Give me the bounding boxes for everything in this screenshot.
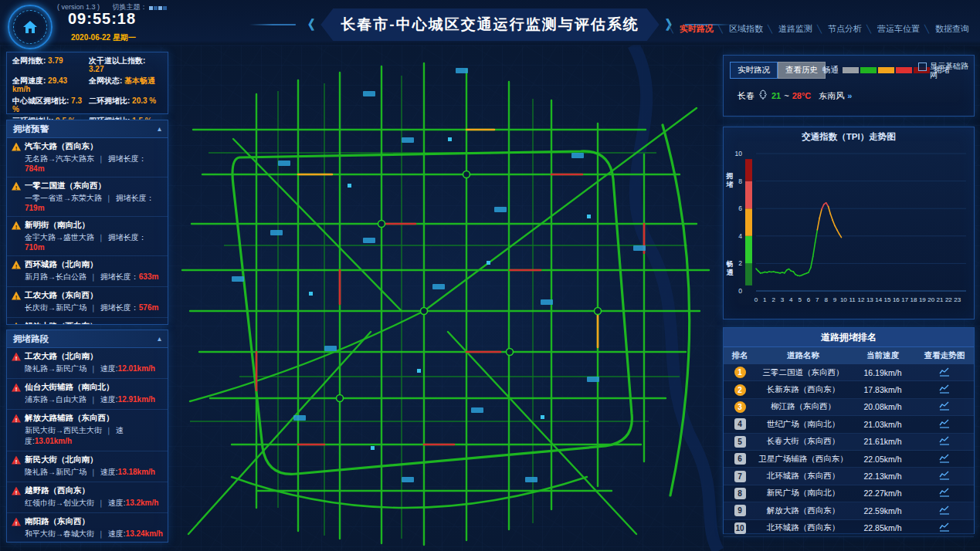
trend-chart-icon[interactable] <box>915 367 974 378</box>
trend-chart-icon[interactable] <box>915 505 974 516</box>
theme-swatch[interactable] <box>149 6 153 10</box>
theme-swatch[interactable] <box>154 6 158 10</box>
svg-text:7: 7 <box>816 296 819 303</box>
road-name: 汽车大路（西向东） <box>25 141 98 152</box>
weather-temp-low: 21 <box>771 91 781 100</box>
rank-badge: 6 <box>734 453 746 465</box>
checkbox-icon[interactable] <box>918 63 927 71</box>
overview-stat: 二环拥堵比: 20.3 % <box>89 96 162 113</box>
trend-chart-icon[interactable] <box>915 436 974 447</box>
table-row[interactable]: 1三零二国道（东向西）16.19km/h <box>724 364 974 381</box>
rank-cell: 3 <box>724 401 756 413</box>
item-title-row: !解放大路（西向东） <box>12 321 163 325</box>
item-detail-row: 浦东路→自由大路｜速度:12.91km/h <box>12 394 163 405</box>
nav-item-3[interactable]: 节点分析 <box>817 23 862 35</box>
list-item[interactable]: !解放大路辅路（东向西）新民大街→西民主大街｜速度:13.01km/h <box>7 410 168 451</box>
list-item[interactable]: !工农大路（北向南）隆礼路→新民广场｜速度:12.01km/h <box>7 348 168 379</box>
table-row[interactable]: 6卫星广场辅路（西向东）22.05km/h <box>724 451 974 468</box>
warning-list: !汽车大路（西向东）无名路→汽车大路东｜拥堵长度：784m!一零二国道（东向西）… <box>7 138 168 325</box>
date-label: 2020-06-22 星期一 <box>71 32 136 43</box>
item-detail-row: 新民大街→西民主大街｜速度:13.01km/h <box>12 425 163 447</box>
table-row[interactable]: 7北环城路（东向西）22.13km/h <box>724 468 974 485</box>
list-item[interactable]: !新明街（南向北）金宇大路→盛世大路｜拥堵长度：710m <box>7 217 168 256</box>
value-label: 速度: <box>100 468 118 476</box>
collapse-arrow-icon[interactable]: ▴ <box>158 330 161 347</box>
item-title-row: !南阳路（东向西） <box>12 516 163 527</box>
list-item[interactable]: !越野路（西向东）红领巾街→创业大街｜速度:13.2km/h <box>7 482 168 513</box>
nav-item-5[interactable]: 数据查询 <box>924 23 969 35</box>
list-item[interactable]: !南阳路（东向西）和平大街→春城大街｜速度:13.24km/h <box>7 513 168 543</box>
svg-text:6: 6 <box>738 205 742 212</box>
list-item[interactable]: !新民大街（北向南）隆礼路→新民广场｜速度:13.18km/h <box>7 451 168 482</box>
weather-more-arrow[interactable]: » <box>847 91 852 100</box>
svg-text:19: 19 <box>919 296 926 303</box>
list-item[interactable]: !仙台大街辅路（南向北）浦东路→自由大路｜速度:12.91km/h <box>7 379 168 410</box>
collapse-arrow-icon[interactable]: ▴ <box>158 120 161 137</box>
list-item[interactable]: !工农大路（东向西）长庆街→新民广场｜拥堵长度：576m <box>7 287 168 318</box>
separator: ｜ <box>90 364 97 373</box>
trend-chart-icon[interactable] <box>915 488 974 499</box>
svg-text:16: 16 <box>893 296 900 303</box>
rank-badge: 3 <box>734 401 746 413</box>
tpi-line-chart[interactable]: 0246810拥堵畅通01234567891011121314151617181… <box>724 143 972 314</box>
ranking-title: 道路拥堵排名 <box>724 328 974 347</box>
value-text: 719m <box>25 204 45 212</box>
tab-0[interactable]: 实时路况 <box>730 62 778 79</box>
value-text: 784m <box>25 164 45 173</box>
warning-triangle-icon: ! <box>12 143 21 151</box>
speed-cell: 21.03km/h <box>850 420 915 429</box>
trend-chart-icon[interactable] <box>915 522 974 533</box>
value-label: 拥堵长度： <box>100 303 139 312</box>
trend-chart-icon[interactable] <box>915 419 974 430</box>
list-item[interactable]: !一零二国道（东向西）一零一省道→东荣大路｜拥堵长度：719m <box>7 177 168 217</box>
table-row[interactable]: 4世纪广场（南向北）21.03km/h <box>724 416 974 433</box>
theme-swatch[interactable] <box>163 6 167 10</box>
table-row[interactable]: 8新民广场（南向北）22.27km/h <box>724 485 974 502</box>
item-title-row: !汽车大路（西向东） <box>12 141 163 152</box>
trend-chart-icon[interactable] <box>915 471 974 482</box>
rank-cell: 6 <box>724 453 756 465</box>
road-name-cell: 新民广场（南向北） <box>756 488 850 499</box>
list-item[interactable]: !西环城路（北向南）新月路→长白公路｜拥堵长度：633m <box>7 256 168 287</box>
road-name-cell: 三零二国道（东向西） <box>756 367 850 378</box>
nav-item-2[interactable]: 道路监测 <box>768 23 812 35</box>
route-text: 金宇大路→盛世大路 <box>25 233 94 242</box>
item-detail-row: 隆礼路→新民广场｜速度:13.18km/h <box>12 467 163 478</box>
table-row[interactable]: 10北环城路（西向东）22.85km/h <box>724 520 974 537</box>
app-title-banner: 《 长春市-中心城区交通运行监测与评估系统 》 <box>249 8 731 41</box>
ranking-rows: 1三零二国道（东向西）16.19km/h2长新东路（西向东）17.83km/h3… <box>724 364 974 537</box>
table-row[interactable]: 5长春大街（东向西）21.61km/h <box>724 434 974 451</box>
trend-chart-icon[interactable] <box>915 384 974 395</box>
nav-item-0[interactable]: 实时路况 <box>669 23 714 35</box>
home-button[interactable] <box>8 5 53 49</box>
table-row[interactable]: 9解放大路（西向东）22.59km/h <box>724 502 974 519</box>
svg-text:5: 5 <box>798 296 802 303</box>
speed-cell: 22.59km/h <box>850 506 915 516</box>
tab-1[interactable]: 查看历史 <box>778 62 826 79</box>
nav-item-4[interactable]: 营运车位置 <box>866 23 920 35</box>
list-item[interactable]: !解放大路（西向东）建设街→万宝街｜拥堵长度：459m <box>7 318 168 325</box>
legend-swatch <box>878 67 894 73</box>
ranking-column-header: 道路名称 <box>756 350 850 361</box>
list-item[interactable]: !汽车大路（西向东）无名路→汽车大路东｜拥堵长度：784m <box>7 138 168 177</box>
rank-cell: 8 <box>724 488 756 499</box>
trend-chart-icon[interactable] <box>915 454 974 465</box>
ranking-column-header: 当前速度 <box>850 350 915 361</box>
route-text: 新月路→长白公路 <box>25 272 86 281</box>
table-row[interactable]: 2长新东路（西向东）17.83km/h <box>724 381 974 398</box>
warning-triangle-icon: ! <box>12 221 21 230</box>
rank-cell: 1 <box>724 367 756 378</box>
trend-chart-icon[interactable] <box>915 401 974 412</box>
rank-badge: 4 <box>734 418 746 430</box>
warning-panel-title: 拥堵预警 <box>13 120 49 137</box>
theme-swatch[interactable] <box>158 6 162 10</box>
speed-cell: 20.08km/h <box>850 402 915 411</box>
theme-switcher[interactable] <box>149 4 168 12</box>
value-label: 拥堵长度： <box>108 233 147 242</box>
svg-text:8: 8 <box>738 177 742 185</box>
nav-item-1[interactable]: 区域指数 <box>718 23 763 35</box>
basemap-toggle[interactable]: 显示基础路网 <box>918 62 969 80</box>
rank-badge: 1 <box>734 367 746 378</box>
table-row[interactable]: 3柳江路（东向西）20.08km/h <box>724 399 974 416</box>
separator: ｜ <box>105 194 113 202</box>
